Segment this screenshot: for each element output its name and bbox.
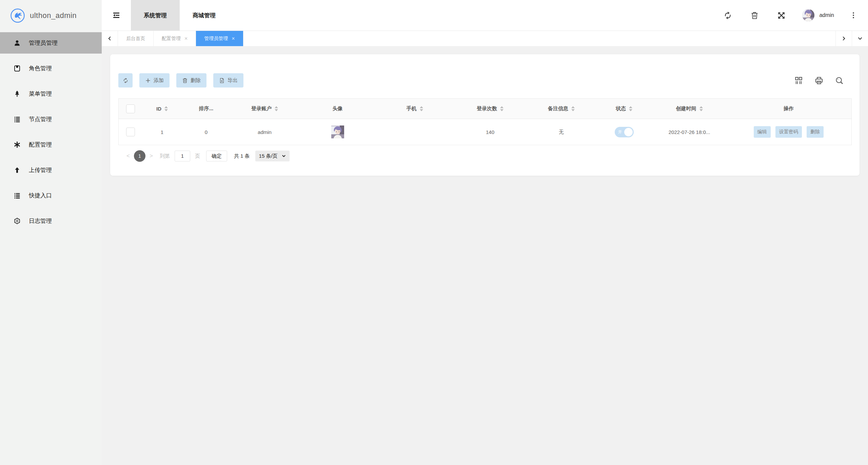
sidebar-item-label: 节点管理: [29, 115, 52, 123]
sidebar-item-label: 快捷入口: [29, 192, 52, 199]
column-header-sort[interactable]: 排序...: [182, 99, 231, 119]
collapse-menu-icon: [112, 11, 120, 19]
sidebar-item-node-manage[interactable]: 节点管理: [0, 109, 102, 130]
toggle-knob: [624, 128, 633, 136]
status-toggle[interactable]: 开: [615, 127, 634, 137]
edit-button[interactable]: 编辑: [754, 126, 771, 138]
top-header: 系统管理 商城管理 admin: [102, 0, 868, 31]
table-card: 添加 删除 导出: [110, 54, 860, 176]
role-badge-icon: [14, 65, 21, 72]
cell-remark: 无: [528, 119, 595, 145]
current-page-badge[interactable]: 1: [134, 150, 145, 162]
list-icon: [14, 192, 21, 199]
avatar-image: [802, 9, 814, 21]
export-file-icon: [219, 78, 225, 83]
user-icon: [14, 39, 21, 46]
sort-icon[interactable]: [275, 106, 278, 111]
sort-icon[interactable]: [420, 106, 423, 111]
next-page-button[interactable]: >: [145, 153, 157, 159]
sidebar-item-upload-manage[interactable]: 上传管理: [0, 159, 102, 181]
tabs-scroll-left-button[interactable]: [102, 31, 118, 46]
column-header-avatar: 头像: [299, 99, 377, 119]
add-button[interactable]: 添加: [139, 73, 170, 88]
cell-status: 开: [595, 119, 653, 145]
sort-icon[interactable]: [629, 106, 632, 111]
page-number-input[interactable]: [175, 151, 190, 161]
trash-icon[interactable]: [750, 11, 759, 20]
export-button[interactable]: 导出: [213, 73, 243, 88]
sidebar-menu: 管理员管理 角色管理 菜单管理 节点管理 配置管理 上传管理 快捷入口 日志管: [0, 31, 102, 232]
toolbar-right-icons: [794, 76, 851, 85]
sidebar-item-config-manage[interactable]: 配置管理: [0, 134, 102, 155]
search-icon[interactable]: [835, 76, 844, 85]
sort-icon[interactable]: [699, 106, 703, 111]
columns-filter-icon[interactable]: [794, 76, 803, 85]
sidebar-item-admin-manage[interactable]: 管理员管理: [0, 32, 102, 54]
app-logo[interactable]: ulthon_admin: [0, 0, 102, 31]
column-header-account[interactable]: 登录账户: [231, 99, 299, 119]
header-tab-system[interactable]: 系统管理: [131, 0, 180, 31]
page-tab-home[interactable]: 后台首页: [118, 31, 154, 46]
chevron-down-icon: [857, 36, 863, 41]
username[interactable]: admin: [819, 12, 834, 18]
column-header-status[interactable]: 状态: [595, 99, 653, 119]
refresh-table-button[interactable]: [118, 73, 133, 88]
table-toolbar: 添加 删除 导出: [118, 73, 851, 88]
page-tab-config[interactable]: 配置管理 ×: [154, 31, 196, 46]
column-header-created[interactable]: 创建时间: [653, 99, 726, 119]
sidebar-item-quick-entry[interactable]: 快捷入口: [0, 185, 102, 206]
close-tab-icon[interactable]: ×: [232, 36, 235, 41]
cell-actions: 编辑 设置密码 删除: [726, 119, 852, 145]
print-icon[interactable]: [814, 76, 824, 85]
sidebar-item-label: 角色管理: [29, 64, 52, 72]
row-delete-button[interactable]: 删除: [807, 126, 824, 138]
row-avatar-image[interactable]: [331, 125, 344, 138]
column-header-login-count[interactable]: 登录次数: [453, 99, 528, 119]
tabs-menu-button[interactable]: [852, 31, 868, 46]
sidebar-item-label: 上传管理: [29, 166, 52, 174]
tree-icon: [14, 90, 21, 97]
cell-avatar: [299, 119, 377, 145]
sort-icon[interactable]: [164, 106, 168, 111]
column-header-actions: 操作: [726, 99, 852, 119]
trash-icon: [182, 78, 188, 83]
confirm-page-button[interactable]: 确定: [206, 151, 227, 161]
cell-sort: 0: [182, 119, 231, 145]
sidebar-item-log-manage[interactable]: 日志管理: [0, 210, 102, 232]
header-actions: admin: [714, 9, 868, 21]
list-icon: [14, 116, 21, 123]
sidebar-item-label: 菜单管理: [29, 90, 52, 98]
cell-created: 2022-07-26 18:0...: [653, 119, 726, 145]
goto-prefix: 到第: [160, 153, 170, 159]
table-header-row: ID 排序... 登录账户 头像 手机 登录次数 备注信息 状态 创建时间 操作: [119, 99, 852, 119]
page-size-select[interactable]: 15 条/页: [255, 151, 290, 161]
select-all-checkbox[interactable]: [126, 104, 135, 113]
collapse-sidebar-button[interactable]: [102, 0, 131, 31]
chevron-right-icon: [841, 36, 846, 41]
column-header-id[interactable]: ID: [143, 99, 182, 119]
row-checkbox[interactable]: [126, 128, 135, 136]
sidebar-item-label: 管理员管理: [29, 39, 58, 47]
header-tab-mall[interactable]: 商城管理: [180, 0, 229, 31]
sort-icon[interactable]: [500, 106, 504, 111]
sidebar-item-menu-manage[interactable]: 菜单管理: [0, 83, 102, 104]
column-header-phone[interactable]: 手机: [377, 99, 453, 119]
chevron-left-icon: [107, 36, 112, 41]
fullscreen-icon[interactable]: [777, 11, 786, 20]
close-tab-icon[interactable]: ×: [184, 36, 188, 41]
table-row: 1 0 admin: [119, 119, 852, 145]
more-vertical-icon[interactable]: [850, 11, 857, 19]
user-avatar[interactable]: [802, 9, 814, 21]
set-password-button[interactable]: 设置密码: [775, 126, 802, 138]
page-tab-admin[interactable]: 管理员管理 ×: [196, 31, 243, 46]
sort-icon[interactable]: [571, 106, 575, 111]
prev-page-button[interactable]: <: [122, 153, 134, 159]
sidebar: ulthon_admin 管理员管理 角色管理 菜单管理 节点管理 配置管理 上…: [0, 0, 102, 465]
sidebar-item-role-manage[interactable]: 角色管理: [0, 58, 102, 79]
tabs-scroll-right-button[interactable]: [835, 31, 852, 46]
plus-icon: [145, 78, 151, 83]
delete-button[interactable]: 删除: [176, 73, 206, 88]
tab-tools: [835, 31, 868, 46]
column-header-remark[interactable]: 备注信息: [528, 99, 595, 119]
refresh-icon[interactable]: [724, 11, 732, 20]
